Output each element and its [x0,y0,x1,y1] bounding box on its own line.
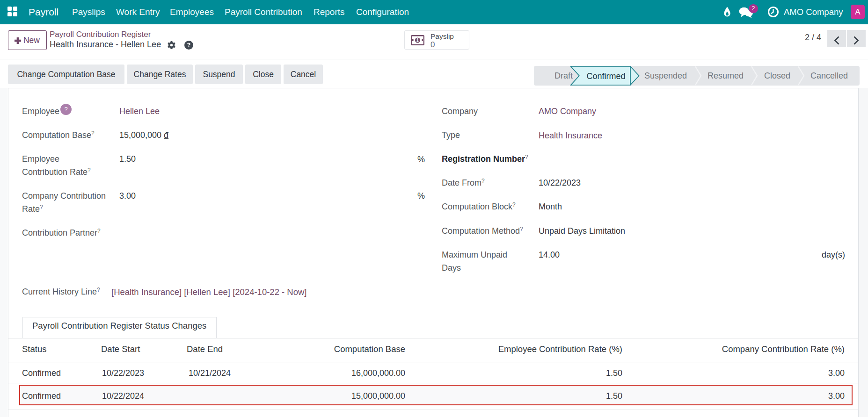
svg-text:Confirmed: Confirmed [586,72,625,81]
svg-text:1: 1 [416,37,419,43]
